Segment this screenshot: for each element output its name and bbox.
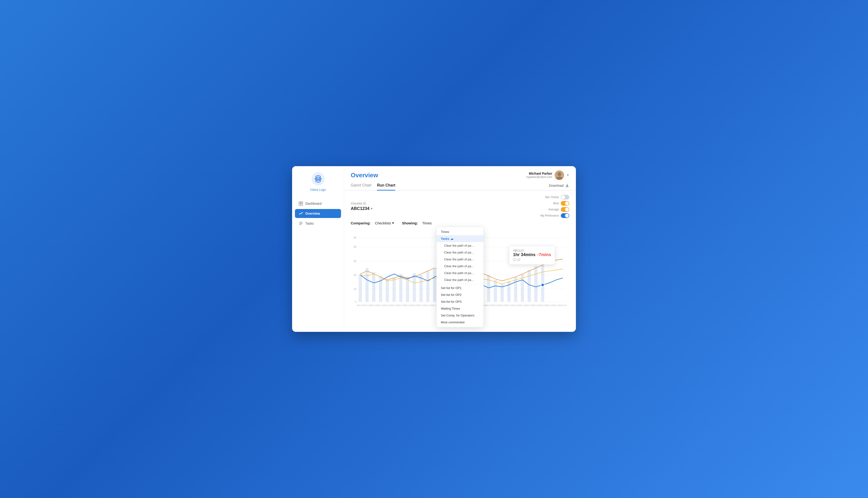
toggle-best: Best: [553, 201, 569, 206]
svg-rect-27: [379, 276, 382, 302]
svg-rect-2: [301, 202, 303, 203]
svg-text:60: 60: [354, 260, 356, 262]
svg-rect-6: [299, 223, 302, 224]
svg-rect-29: [392, 278, 395, 302]
sidebar-item-dashboard[interactable]: Dashboard: [295, 199, 341, 208]
svg-rect-7: [299, 224, 301, 225]
sidebar-item-dashboard-label: Dashboard: [305, 202, 322, 206]
svg-text:ABC123: ABC123: [377, 304, 384, 306]
tooltip-time: 1hr 34mins: [513, 252, 535, 257]
svg-text:ABC123: ABC123: [485, 304, 492, 306]
svg-text:ABC123: ABC123: [391, 304, 398, 306]
nav-list: Dashboard Overview Tasks: [292, 199, 344, 229]
svg-rect-24: [359, 274, 362, 302]
svg-text:ABC123: ABC123: [410, 304, 418, 306]
sidebar: Client Logo Dashboard Overview: [292, 166, 344, 332]
download-button[interactable]: Download: [549, 183, 569, 190]
svg-text:ABC123: ABC123: [546, 304, 553, 306]
svg-point-9: [557, 172, 561, 176]
checklist-area: Checklist ID ABC1234 ▾: [351, 202, 372, 211]
svg-rect-51: [541, 262, 544, 302]
avatar-image: [555, 170, 564, 180]
dropdown-item-sub4[interactable]: Clear the path of pa...: [437, 263, 484, 270]
checklist-id[interactable]: ABC1234 ▾: [351, 206, 372, 211]
dropdown-item-comp-op[interactable]: Set Comp. for Operators: [437, 312, 484, 319]
svg-rect-46: [507, 281, 511, 302]
sidebar-item-tasks-label: Tasks: [305, 222, 314, 225]
tab-gantt[interactable]: Gannt Chart: [351, 183, 371, 191]
svg-rect-49: [528, 270, 531, 302]
tooltip-delta: -7mins: [537, 252, 551, 257]
svg-text:20: 20: [354, 288, 356, 290]
svg-text:80: 80: [354, 246, 356, 248]
showing-value[interactable]: Times: [422, 221, 432, 225]
svg-rect-26: [372, 272, 375, 302]
toggle-my-performance-switch[interactable]: [561, 213, 569, 218]
svg-text:ABC123: ABC123: [553, 304, 560, 306]
svg-rect-44: [494, 280, 497, 302]
svg-rect-43: [487, 275, 490, 302]
sidebar-item-tasks[interactable]: Tasks: [295, 219, 341, 228]
dropdown-item-most-commented[interactable]: Most commented: [437, 319, 484, 326]
dropdown-item-op1[interactable]: Set list for OP1: [437, 285, 484, 291]
svg-text:ABC123: ABC123: [512, 304, 520, 306]
main-content: Overview Michael Parker mparker@client.c…: [344, 166, 576, 332]
dashboard-icon: [299, 201, 303, 206]
page-title: Overview: [351, 172, 378, 179]
overview-icon: [299, 211, 303, 215]
dropdown-item-times[interactable]: Times: [437, 228, 484, 235]
svg-rect-5: [299, 222, 302, 222]
svg-rect-50: [534, 266, 537, 302]
dropdown-item-waiting[interactable]: Waiting Times: [437, 305, 484, 312]
toggle-bar-charts-switch[interactable]: [561, 195, 569, 199]
sidebar-item-overview[interactable]: Overview: [295, 209, 341, 218]
tab-run[interactable]: Run Chart: [377, 183, 395, 191]
toggle-average-switch[interactable]: [561, 207, 569, 212]
dropdown-item-op3[interactable]: Set list for OP3: [437, 298, 484, 305]
header: Overview Michael Parker mparker@client.c…: [344, 166, 576, 180]
svg-rect-3: [299, 203, 301, 206]
svg-text:ABC123: ABC123: [505, 304, 513, 306]
toggle-best-switch[interactable]: [561, 201, 569, 206]
svg-rect-47: [514, 277, 517, 302]
dropdown-item-sub2[interactable]: Clear the path of pa...: [437, 249, 484, 256]
svg-text:ABC123: ABC123: [539, 304, 546, 306]
svg-rect-33: [420, 275, 423, 302]
svg-text:0: 0: [355, 301, 356, 303]
dropdown-item-sub3[interactable]: Clear the path of pa...: [437, 256, 484, 263]
comparing-row: Comparing: Checklists ▾ Showing: Times T…: [351, 221, 569, 225]
comparing-value[interactable]: Checklists ▾: [375, 221, 394, 225]
client-logo-icon: [311, 172, 325, 186]
svg-text:90: 90: [354, 236, 356, 239]
toggle-bar-charts: Bar Charts: [545, 195, 569, 199]
svg-text:ABC123: ABC123: [498, 304, 506, 306]
user-menu-chevron-icon[interactable]: ▼: [567, 173, 569, 177]
toggle-my-performance: My Perforance: [540, 213, 569, 218]
chart-tooltip: ABC123 1hr 34mins -7mins 17: [509, 246, 555, 265]
comparing-dropdown[interactable]: Checklists ▾: [375, 221, 394, 225]
tooltip-id: ABC123: [513, 249, 551, 252]
showing-dropdown[interactable]: Times Times Tasks ☁ Clear the path of pa…: [422, 221, 432, 225]
svg-rect-1: [299, 202, 301, 203]
dropdown-item-tasks[interactable]: Tasks ☁: [437, 235, 484, 242]
toggles-area: Bar Charts Best Average My Perforance: [540, 195, 569, 218]
user-area: Michael Parker mparker@client.com ▼: [526, 170, 569, 180]
user-name: Michael Parker: [526, 172, 552, 175]
comparing-label: Comparing:: [351, 221, 371, 225]
svg-text:ABC123: ABC123: [526, 304, 533, 306]
dropdown-item-sub1[interactable]: Clear the path of pa...: [437, 242, 484, 249]
logo-label: Client Logo: [310, 188, 326, 192]
svg-text:ABC123: ABC123: [559, 304, 567, 306]
tabs: Gannt Chart Run Chart Download: [344, 180, 576, 191]
svg-rect-28: [386, 280, 389, 302]
dropdown-item-op2[interactable]: Set list for OP2: [437, 291, 484, 298]
checklist-label: Checklist ID: [351, 202, 372, 205]
svg-rect-11: [566, 186, 569, 187]
dropdown-item-sub5[interactable]: Clear the path of pa...: [437, 270, 484, 276]
dropdown-item-sub6[interactable]: Clear the path of pa...: [437, 276, 484, 283]
toggle-average: Average: [548, 207, 569, 212]
tooltip-comments: 17: [513, 258, 551, 262]
download-icon: [565, 183, 569, 188]
svg-text:ABC123: ABC123: [384, 304, 391, 306]
svg-text:ABC123: ABC123: [492, 304, 499, 306]
